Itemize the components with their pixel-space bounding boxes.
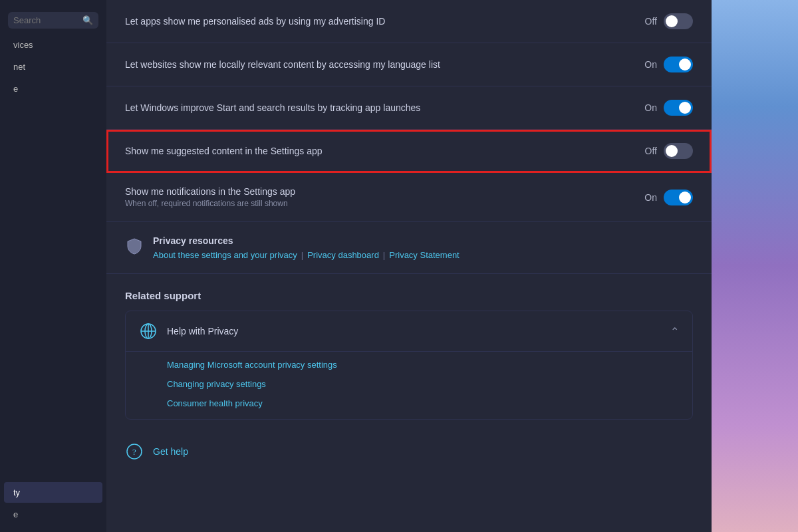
support-accordion-header-left: Help with Privacy	[139, 322, 238, 340]
help-icon: ?	[125, 442, 144, 461]
setting-sublabel-notifications-settings: When off, required notifications are sti…	[125, 199, 295, 208]
toggle-state-personalised-ads: Off	[641, 16, 657, 27]
sidebar-item-vices[interactable]: vices	[4, 35, 102, 55]
search-icon: 🔍	[82, 15, 93, 25]
toggle-personalised-ads[interactable]	[664, 13, 693, 29]
toggle-knob-language-list	[679, 59, 691, 70]
toggle-knob-notifications-settings	[679, 192, 691, 203]
chevron-up-icon: ⌃	[670, 325, 679, 338]
toggle-group-suggested-content: Off	[641, 143, 693, 159]
setting-label-tracking-launches: Let Windows improve Start and search res…	[125, 102, 420, 113]
sidebar-item-e2[interactable]: e	[4, 504, 102, 525]
svg-text:?: ?	[132, 447, 136, 457]
support-link-managing[interactable]: Managing Microsoft account privacy setti…	[167, 360, 674, 370]
get-help-label[interactable]: Get help	[153, 446, 188, 457]
toggle-group-personalised-ads: Off	[641, 13, 693, 29]
sidebar-item-net[interactable]: net	[4, 57, 102, 77]
toggle-knob-personalised-ads	[666, 15, 678, 27]
toggle-language-list[interactable]	[664, 57, 693, 72]
right-decorative-panel	[712, 0, 798, 532]
toggle-state-notifications-settings: On	[641, 192, 657, 203]
sidebar: 🔍 vices net e ty e	[0, 0, 106, 532]
toggle-group-language-list: On	[641, 57, 693, 72]
get-help-row: ? Get help	[106, 430, 712, 473]
privacy-resources-section: Privacy resources About these settings a…	[106, 222, 712, 274]
privacy-resources-title: Privacy resources	[153, 235, 460, 246]
shield-icon	[125, 237, 144, 255]
toggle-notifications-settings[interactable]	[664, 190, 693, 205]
setting-label-language-list: Let websites show me locally relevant co…	[125, 59, 440, 70]
setting-row-tracking-launches: Let Windows improve Start and search res…	[106, 86, 712, 130]
privacy-link-statement[interactable]: Privacy Statement	[389, 250, 460, 260]
related-support-title: Related support	[125, 290, 693, 301]
toggle-tracking-launches[interactable]	[664, 100, 693, 116]
toggle-knob-tracking-launches	[679, 102, 691, 114]
related-support-section: Related support Help with Privacy ⌃ Mana…	[106, 274, 712, 428]
setting-label-personalised-ads: Let apps show me personalised ads by usi…	[125, 16, 385, 27]
toggle-state-language-list: On	[641, 59, 657, 70]
search-box[interactable]: 🔍	[8, 12, 98, 29]
setting-row-suggested-content: Show me suggested content in the Setting…	[106, 130, 712, 173]
sidebar-item-ty[interactable]: ty	[4, 482, 102, 503]
support-link-changing[interactable]: Changing privacy settings	[167, 379, 674, 389]
toggle-state-tracking-launches: On	[641, 102, 657, 113]
privacy-resources-content: Privacy resources About these settings a…	[153, 235, 460, 260]
support-accordion: Help with Privacy ⌃ Managing Microsoft a…	[125, 311, 693, 420]
privacy-link-dashboard[interactable]: Privacy dashboard	[307, 250, 379, 260]
setting-label-suggested-content: Show me suggested content in the Setting…	[125, 146, 323, 156]
setting-label-group-notifications: Show me notifications in the Settings ap…	[125, 186, 295, 208]
toggle-state-suggested-content: Off	[641, 146, 657, 156]
privacy-separator-1: |	[301, 250, 303, 260]
setting-label-notifications-settings: Show me notifications in the Settings ap…	[125, 186, 295, 197]
privacy-separator-2: |	[383, 250, 385, 260]
toggle-group-notifications-settings: On	[641, 190, 693, 205]
privacy-links-row: About these settings and your privacy | …	[153, 250, 460, 260]
toggle-group-tracking-launches: On	[641, 100, 693, 116]
toggle-knob-suggested-content	[666, 145, 678, 157]
toggle-suggested-content[interactable]	[664, 143, 693, 159]
search-input[interactable]	[13, 15, 80, 25]
setting-row-language-list: Let websites show me locally relevant co…	[106, 43, 712, 86]
setting-row-notifications-settings: Show me notifications in the Settings ap…	[106, 173, 712, 222]
support-links-list: Managing Microsoft account privacy setti…	[126, 352, 692, 419]
sidebar-item-e1[interactable]: e	[4, 78, 102, 99]
support-accordion-header[interactable]: Help with Privacy ⌃	[126, 311, 692, 352]
main-content: Let apps show me personalised ads by usi…	[106, 0, 712, 532]
support-link-consumer-health[interactable]: Consumer health privacy	[167, 398, 674, 408]
privacy-link-about[interactable]: About these settings and your privacy	[153, 250, 297, 260]
support-accordion-title: Help with Privacy	[167, 326, 238, 336]
setting-row-personalised-ads: Let apps show me personalised ads by usi…	[106, 0, 712, 43]
globe-icon	[139, 322, 158, 340]
